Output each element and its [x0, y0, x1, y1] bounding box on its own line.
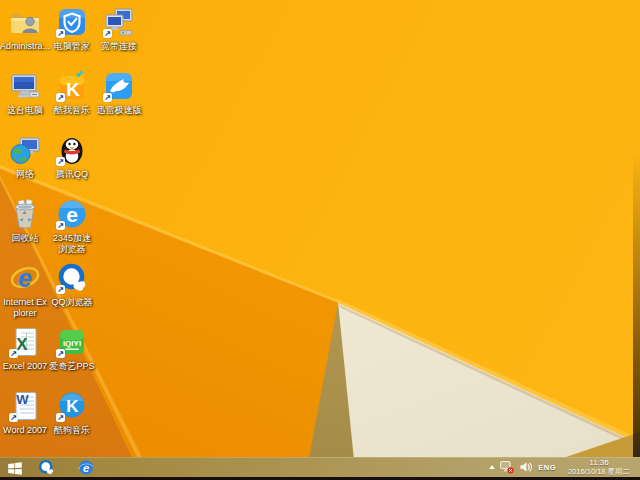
svg-text:K: K — [66, 79, 80, 100]
shortcut-arrow-icon: ↗ — [103, 29, 112, 38]
desktop-icon-label: 回收站 — [2, 233, 48, 244]
svg-text:e: e — [66, 203, 78, 226]
desktop-icon-label: Word 2007 — [2, 425, 48, 436]
svg-text:iQIYI: iQIYI — [63, 339, 81, 348]
desktop-icon-label: 爱奇艺PPS — [49, 361, 95, 372]
desktop-icon-label: 这台电脑 — [2, 105, 48, 116]
desktop: Administra... 这台电脑 — [0, 0, 640, 480]
shortcut-arrow-icon: ↗ — [56, 349, 65, 358]
network-globe-icon — [9, 134, 41, 166]
desktop-icon-qq-browser[interactable]: ↗ QQ浏览器 — [49, 262, 95, 308]
word-icon: W ↗ — [9, 390, 41, 422]
desktop-icon-label: QQ浏览器 — [49, 297, 95, 308]
this-pc-icon — [9, 70, 41, 102]
taskbar-qq-browser-button[interactable] — [37, 459, 55, 476]
desktop-icon-xunlei[interactable]: ↗ 迅雷极速版 — [96, 70, 142, 116]
desktop-icon-label: 腾讯QQ — [49, 169, 95, 180]
taskbar-internet-explorer-button[interactable]: e — [77, 459, 95, 476]
desktop-icon-label: 网络 — [2, 169, 48, 180]
desktop-icon-label: 迅雷极速版 — [96, 105, 142, 116]
clock-time: 11:36 — [561, 458, 637, 467]
desktop-icon-tencent-qq[interactable]: ↗ 腾讯QQ — [49, 134, 95, 180]
input-language-indicator[interactable]: ENG — [538, 463, 556, 472]
desktop-icon-label: Administra... — [0, 41, 52, 52]
desktop-icon-iqiyi-pps[interactable]: iQIYI ↗ 爱奇艺PPS — [49, 326, 95, 372]
pc-manager-shield-icon: ↗ — [56, 6, 88, 38]
system-tray: ENG 11:36 2016/10/18 星期二 — [489, 457, 637, 477]
start-button[interactable] — [6, 459, 24, 476]
iqiyi-icon: iQIYI ↗ — [56, 326, 88, 358]
screen-right-edge-shade — [633, 150, 640, 480]
desktop-icon-excel-2007[interactable]: X ↗ Excel 2007 — [2, 326, 48, 372]
recycle-bin-icon — [9, 198, 41, 230]
shortcut-arrow-icon: ↗ — [56, 157, 65, 166]
desktop-icon-this-pc[interactable]: 这台电脑 — [2, 70, 48, 116]
svg-text:e: e — [83, 462, 89, 474]
shortcut-arrow-icon: ↗ — [56, 413, 65, 422]
show-hidden-icons-chevron-icon[interactable] — [489, 465, 495, 469]
desktop-icon-kugou-music[interactable]: K ↗ 酷狗音乐 — [49, 390, 95, 436]
svg-text:K: K — [66, 397, 79, 416]
desktop-icon-2345-browser[interactable]: e ↗ 2345加速浏览器 — [49, 198, 95, 254]
desktop-icon-network[interactable]: 网络 — [2, 134, 48, 180]
excel-icon: X ↗ — [9, 326, 41, 358]
desktop-icon-label: 酷我音乐 — [49, 105, 95, 116]
svg-text:X: X — [16, 335, 28, 354]
shortcut-arrow-icon: ↗ — [56, 221, 65, 230]
desktop-icon-label: 2345加速浏览器 — [49, 233, 95, 254]
volume-icon[interactable] — [519, 461, 533, 473]
desktop-icon-label: 酷狗音乐 — [49, 425, 95, 436]
desktop-icon-word-2007[interactable]: W ↗ Word 2007 — [2, 390, 48, 436]
qq-browser-icon — [37, 459, 55, 476]
svg-text:W: W — [16, 392, 29, 407]
taskbar-clock[interactable]: 11:36 2016/10/18 星期二 — [561, 458, 637, 476]
shortcut-arrow-icon: ↗ — [9, 413, 18, 422]
desktop-icon-label: Internet Explorer — [2, 297, 48, 318]
2345-browser-icon: e ↗ — [56, 198, 88, 230]
internet-explorer-icon: e — [77, 459, 95, 476]
desktop-icon-label: 电脑管家 — [49, 41, 95, 52]
desktop-icon-administrator[interactable]: Administra... — [2, 6, 48, 52]
taskbar: e ENG 11:36 — [0, 457, 640, 477]
shortcut-arrow-icon: ↗ — [56, 29, 65, 38]
desktop-icon-internet-explorer[interactable]: e Internet Explorer — [2, 262, 48, 318]
shortcut-arrow-icon: ↗ — [56, 93, 65, 102]
shortcut-arrow-icon: ↗ — [103, 93, 112, 102]
network-status-icon[interactable] — [500, 461, 514, 474]
desktop-icon-recycle-bin[interactable]: 回收站 — [2, 198, 48, 244]
desktop-icon-kuwo-music[interactable]: K ↗ 酷我音乐 — [49, 70, 95, 116]
desktop-icon-pc-manager[interactable]: ↗ 电脑管家 — [49, 6, 95, 52]
desktop-icon-broadband-connection[interactable]: ↗ 宽带连接 — [96, 6, 142, 52]
xunlei-bird-icon: ↗ — [103, 70, 135, 102]
desktop-icon-label: 宽带连接 — [96, 41, 142, 52]
windows-logo-icon — [6, 459, 24, 476]
qq-browser-icon: ↗ — [56, 262, 88, 294]
desktop-icon-label: Excel 2007 — [2, 361, 48, 372]
svg-text:e: e — [18, 264, 32, 292]
broadband-connection-icon: ↗ — [103, 6, 135, 38]
shortcut-arrow-icon: ↗ — [9, 349, 18, 358]
internet-explorer-icon: e — [9, 262, 41, 294]
qq-penguin-icon: ↗ — [56, 134, 88, 166]
kuwo-music-icon: K ↗ — [56, 70, 88, 102]
administrator-folder-icon — [9, 6, 41, 38]
shortcut-arrow-icon: ↗ — [56, 285, 65, 294]
clock-date: 2016/10/18 星期二 — [561, 467, 637, 476]
kugou-music-icon: K ↗ — [56, 390, 88, 422]
